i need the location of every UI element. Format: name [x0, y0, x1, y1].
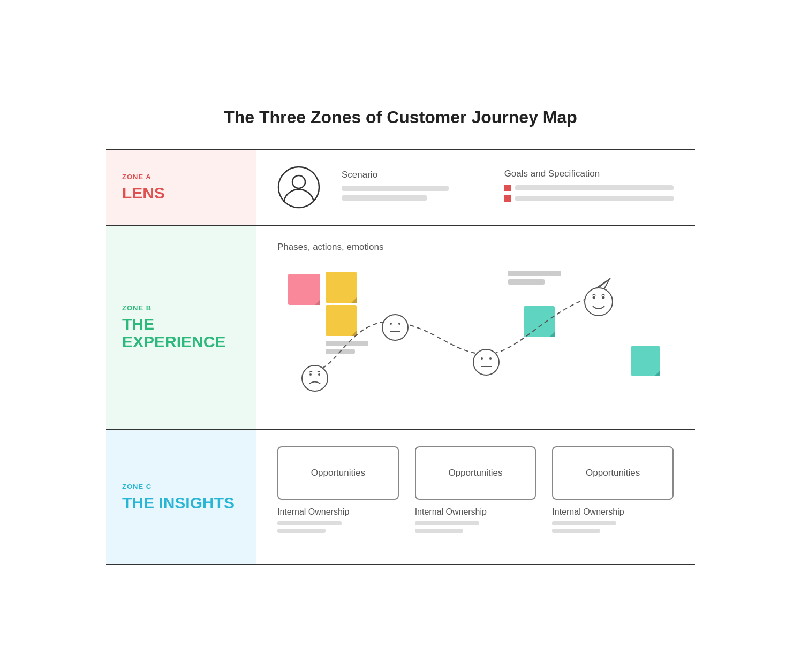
goal-line-1: [504, 185, 674, 191]
zone-c-label: ZONE C THE INSIGHTS: [106, 430, 256, 564]
zone-b-tag: ZONE B: [122, 304, 240, 312]
svg-point-10: [481, 357, 483, 360]
goal-bar-2: [515, 196, 674, 201]
goal-dot-1: [504, 185, 511, 191]
insight-card-3: Opportunities: [552, 446, 674, 500]
exp-text-lines: [508, 271, 561, 289]
insight-card-label-1: Opportunities: [311, 468, 365, 478]
insight-card-group-1: Opportunities Internal Ownership: [277, 446, 399, 536]
insight-lines-1: [277, 521, 399, 533]
internal-ownership-1: Internal Ownership: [277, 507, 399, 517]
insight-card-label-3: Opportunities: [586, 468, 640, 478]
insight-lines-2: [415, 521, 536, 533]
svg-point-5: [318, 373, 320, 376]
svg-point-3: [302, 365, 328, 391]
avatar-icon: [277, 166, 320, 209]
exp-text-lines-2: [326, 341, 368, 358]
svg-point-6: [382, 315, 408, 340]
zone-b-subtitle: Phases, actions, emotions: [277, 242, 674, 253]
goals-block: Goals and Specification: [504, 169, 674, 206]
scenario-block: Scenario: [342, 170, 483, 205]
sticky-teal1: [524, 306, 555, 337]
svg-point-1: [292, 175, 305, 188]
diagram: ZONE A LENS Scenario Goals an: [106, 149, 695, 565]
insight-line-1a: [277, 521, 342, 525]
insight-line-2a: [415, 521, 479, 525]
zone-b-row: ZONE B THE EXPERIENCE Phases, actions, e…: [106, 226, 695, 430]
internal-ownership-3: Internal Ownership: [552, 507, 674, 517]
svg-point-4: [309, 373, 312, 376]
svg-point-8: [398, 323, 400, 325]
scenario-line-2: [342, 195, 427, 201]
zone-b-label: ZONE B THE EXPERIENCE: [106, 226, 256, 429]
zone-a-content: Scenario Goals and Specification: [256, 150, 695, 225]
insight-card-group-2: Opportunities Internal Ownership: [415, 446, 536, 536]
insights-cards: Opportunities Internal Ownership Opportu…: [277, 446, 674, 536]
svg-point-7: [390, 323, 392, 325]
sticky-pink: [288, 274, 320, 305]
insight-card-1: Opportunities: [277, 446, 399, 500]
sticky-yellow2: [326, 305, 357, 336]
zone-c-name: THE INSIGHTS: [122, 494, 240, 511]
zone-a-label: ZONE A LENS: [106, 150, 256, 225]
insight-line-2b: [415, 529, 463, 533]
zone-a-name: LENS: [122, 184, 240, 202]
zone-a-tag: ZONE A: [122, 173, 240, 181]
zone-b-content: Phases, actions, emotions: [256, 226, 695, 429]
insight-line-3a: [552, 521, 616, 525]
goal-dot-2: [504, 195, 511, 202]
zone-c-tag: ZONE C: [122, 483, 240, 491]
internal-ownership-2: Internal Ownership: [415, 507, 536, 517]
svg-point-11: [489, 357, 492, 360]
insight-card-2: Opportunities: [415, 446, 536, 500]
goal-line-2: [504, 195, 674, 202]
sticky-yellow1: [326, 272, 357, 303]
svg-point-13: [593, 296, 595, 299]
goals-title: Goals and Specification: [504, 169, 674, 179]
zone-c-content: Opportunities Internal Ownership Opportu…: [256, 430, 695, 564]
scenario-title: Scenario: [342, 170, 483, 180]
insight-card-group-3: Opportunities Internal Ownership: [552, 446, 674, 536]
insight-line-3b: [552, 529, 600, 533]
experience-area: [277, 263, 674, 413]
main-title: The Three Zones of Customer Journey Map: [106, 108, 695, 127]
svg-point-14: [602, 296, 605, 299]
svg-point-12: [585, 288, 613, 316]
insight-card-label-2: Opportunities: [448, 468, 502, 478]
zone-c-row: ZONE C THE INSIGHTS Opportunities Intern…: [106, 430, 695, 564]
scenario-line-1: [342, 186, 449, 191]
insight-line-1b: [277, 529, 326, 533]
svg-point-9: [473, 349, 499, 375]
zone-a-row: ZONE A LENS Scenario Goals an: [106, 150, 695, 226]
zone-b-name: THE EXPERIENCE: [122, 315, 240, 350]
sticky-teal2: [631, 346, 660, 376]
main-container: The Three Zones of Customer Journey Map …: [106, 108, 695, 565]
svg-line-2: [594, 278, 610, 291]
goal-bar-1: [515, 185, 674, 190]
insight-lines-3: [552, 521, 674, 533]
